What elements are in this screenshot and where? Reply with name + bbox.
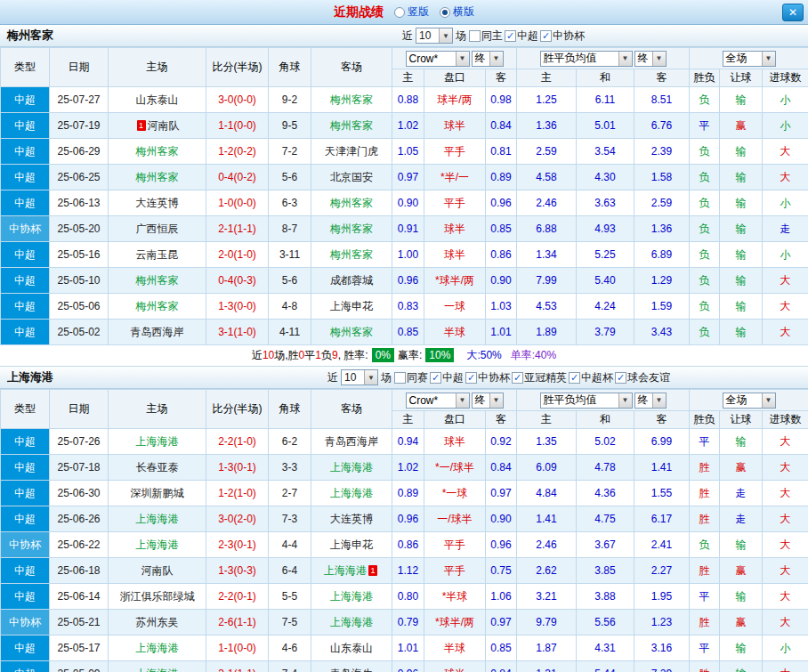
- away-team-cell[interactable]: 上海海港: [311, 584, 392, 610]
- europe-time-select[interactable]: 终▼: [634, 51, 667, 67]
- away-team-cell[interactable]: 上海海港: [311, 610, 392, 636]
- checkbox-icon[interactable]: ✓: [512, 372, 523, 384]
- checkbox-icon[interactable]: ✓: [569, 372, 580, 384]
- layout-horizontal-radio[interactable]: 横版: [440, 4, 474, 20]
- odds-time-select[interactable]: 终▼: [472, 51, 504, 67]
- europe-odds-select[interactable]: 胜平负均值▼: [540, 51, 633, 67]
- home-team-cell[interactable]: 梅州客家: [109, 268, 206, 294]
- match-count-select[interactable]: 10▼: [416, 28, 453, 44]
- home-team-cell[interactable]: 上海海港: [109, 636, 206, 661]
- checkbox-icon[interactable]: [469, 30, 481, 42]
- checkbox-icon[interactable]: ✓: [430, 372, 441, 384]
- home-team-cell[interactable]: 苏州东吴: [109, 610, 206, 636]
- home-team-cell[interactable]: 梅州客家: [109, 294, 206, 320]
- score-cell[interactable]: 2-2(0-1): [206, 584, 269, 610]
- away-team-cell[interactable]: 梅州客家: [311, 216, 392, 242]
- close-icon[interactable]: ✕: [782, 4, 804, 21]
- filter-checkbox[interactable]: ✓中超杯: [569, 370, 613, 385]
- score-cell[interactable]: 3-0(2-0): [206, 506, 269, 532]
- away-team-cell[interactable]: 成都蓉城: [311, 268, 392, 294]
- home-team-cell[interactable]: 浙江俱乐部绿城: [109, 584, 206, 610]
- score-cell[interactable]: 3-0(0-0): [206, 87, 269, 113]
- home-team-cell[interactable]: 梅州客家: [109, 165, 206, 190]
- away-team-cell[interactable]: 青岛海牛: [311, 661, 392, 672]
- checkbox-icon[interactable]: ✓: [505, 30, 516, 42]
- away-team-cell[interactable]: 上海申花: [311, 532, 392, 558]
- score-cell[interactable]: 2-2(1-0): [206, 429, 269, 455]
- checkbox-icon[interactable]: ✓: [615, 372, 626, 384]
- away-team-cell[interactable]: 上海申花: [311, 294, 392, 320]
- score-cell[interactable]: 3-1(1-1): [206, 661, 269, 672]
- score-cell[interactable]: 0-4(0-3): [206, 268, 269, 294]
- score-cell[interactable]: 1-1(0-0): [206, 636, 269, 661]
- home-team-cell[interactable]: 河南队: [109, 558, 206, 584]
- away-team-cell[interactable]: 梅州客家: [311, 113, 392, 139]
- home-team-cell[interactable]: 长春亚泰: [109, 455, 206, 481]
- filter-checkbox[interactable]: ✓亚冠精英: [512, 370, 567, 385]
- home-team-cell[interactable]: 梅州客家: [109, 139, 206, 165]
- away-team-name: 上海海港: [330, 590, 373, 603]
- filter-checkbox[interactable]: ✓中协杯: [465, 370, 510, 385]
- filter-checkbox[interactable]: ✓球会友谊: [615, 370, 670, 385]
- home-team-cell[interactable]: 云南玉昆: [109, 242, 206, 268]
- radio-icon[interactable]: [394, 7, 405, 18]
- score-cell[interactable]: 1-2(1-0): [206, 481, 269, 506]
- score-cell[interactable]: 1-1(0-0): [206, 113, 269, 139]
- home-team-cell[interactable]: 大连英博: [109, 190, 206, 216]
- away-team-cell[interactable]: 青岛西海岸: [311, 429, 392, 455]
- away-team-cell[interactable]: 梅州客家: [311, 190, 392, 216]
- away-team-cell[interactable]: 北京国安: [311, 165, 392, 190]
- home-team-cell[interactable]: 1河南队: [109, 113, 206, 139]
- filter-checkbox[interactable]: ✓中协杯: [540, 28, 585, 44]
- away-team-cell[interactable]: 上海海港: [311, 455, 392, 481]
- bookmaker-select[interactable]: Crow*▼: [406, 51, 470, 67]
- checkbox-icon[interactable]: ✓: [465, 372, 477, 384]
- europe-odds-select[interactable]: 胜平负均值▼: [540, 393, 633, 409]
- bookmaker-select[interactable]: Crow*▼: [406, 393, 470, 409]
- home-team-cell[interactable]: 深圳新鹏城: [109, 481, 206, 506]
- layout-vertical-radio[interactable]: 竖版: [394, 4, 429, 20]
- score-cell[interactable]: 2-1(1-1): [206, 216, 269, 242]
- away-team-cell[interactable]: 梅州客家: [311, 242, 392, 268]
- europe-time-select[interactable]: 终▼: [634, 393, 667, 409]
- score-cell[interactable]: 1-3(0-0): [206, 294, 269, 320]
- away-team-cell[interactable]: 大连英博: [311, 506, 392, 532]
- fullmatch-select[interactable]: 全场▼: [723, 393, 776, 409]
- score-cell[interactable]: 3-1(1-0): [206, 320, 269, 345]
- checkbox-icon[interactable]: ✓: [540, 30, 552, 42]
- score-cell[interactable]: 0-4(0-2): [206, 165, 269, 190]
- score-cell[interactable]: 1-3(0-1): [206, 455, 269, 481]
- filter-checkbox[interactable]: 同赛: [394, 370, 428, 385]
- home-team-cell[interactable]: 青岛西海岸: [109, 320, 206, 345]
- away-team-cell[interactable]: 梅州客家: [311, 87, 392, 113]
- home-team-name: 梅州客家: [136, 171, 179, 183]
- score-cell[interactable]: 2-0(1-0): [206, 242, 269, 268]
- away-team-cell[interactable]: 上海海港1: [311, 558, 392, 584]
- fullmatch-select[interactable]: 全场▼: [723, 51, 776, 67]
- odds-time-select[interactable]: 终▼: [472, 393, 504, 409]
- away-team-cell[interactable]: 山东泰山: [311, 636, 392, 661]
- score-cell[interactable]: 1-2(0-2): [206, 139, 269, 165]
- score-cell[interactable]: 1-3(0-3): [206, 558, 269, 584]
- match-count-select[interactable]: 10▼: [341, 369, 378, 385]
- home-team-cell[interactable]: 上海海港: [109, 429, 206, 455]
- filter-checkbox[interactable]: ✓中超: [430, 370, 464, 385]
- checkbox-label: 中超: [517, 28, 538, 44]
- home-team-cell[interactable]: 上海海港: [109, 532, 206, 558]
- away-team-cell[interactable]: 天津津门虎: [311, 139, 392, 165]
- score-cell[interactable]: 2-6(1-1): [206, 610, 269, 636]
- home-team-cell[interactable]: 上海海港: [109, 506, 206, 532]
- away-team-cell[interactable]: 上海海港: [311, 481, 392, 506]
- handicap-cell: 球半: [424, 242, 486, 268]
- home-team-name: 梅州客家: [136, 274, 179, 287]
- away-team-cell[interactable]: 梅州客家: [311, 320, 392, 345]
- score-cell[interactable]: 1-0(0-0): [206, 190, 269, 216]
- filter-checkbox[interactable]: 同主: [469, 28, 503, 44]
- checkbox-icon[interactable]: [394, 372, 406, 384]
- home-team-cell[interactable]: 山东泰山: [109, 87, 206, 113]
- filter-checkbox[interactable]: ✓中超: [505, 28, 538, 44]
- score-cell[interactable]: 2-3(0-1): [206, 532, 269, 558]
- home-team-cell[interactable]: 广西恒辰: [109, 216, 206, 242]
- radio-icon[interactable]: [440, 7, 450, 18]
- home-team-cell[interactable]: 上海海港: [109, 661, 206, 672]
